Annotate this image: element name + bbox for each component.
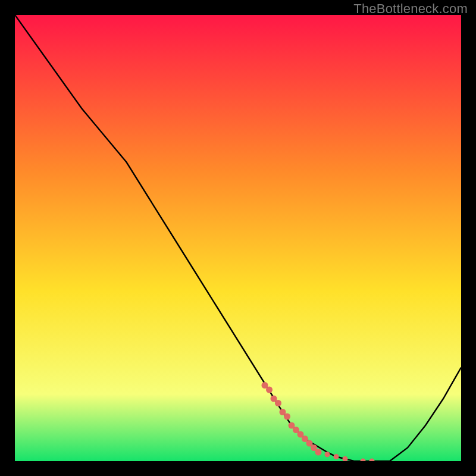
marker-dot — [315, 449, 322, 456]
marker-dot — [325, 452, 330, 457]
chart-frame: TheBottleneck.com — [0, 0, 476, 476]
bottleneck-chart — [15, 15, 461, 461]
marker-dot — [334, 454, 339, 459]
gradient-background — [15, 15, 461, 461]
marker-dot — [266, 387, 273, 393]
marker-dot — [284, 414, 290, 420]
marker-dot — [275, 400, 281, 406]
plot-area — [15, 15, 461, 461]
